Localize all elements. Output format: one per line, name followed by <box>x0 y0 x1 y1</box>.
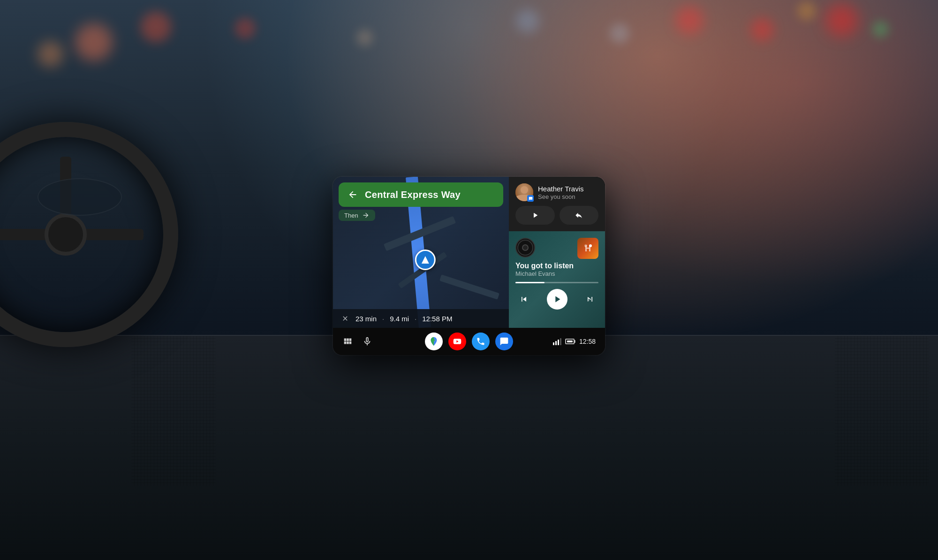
bottom-center-apps <box>425 333 513 350</box>
music-dot-1 <box>584 244 587 247</box>
nav-arrow-icon <box>421 256 429 264</box>
bottom-bar: 12:58 <box>333 328 605 355</box>
music-card: You got to listen Michael Evans <box>509 231 605 328</box>
music-progress-bar[interactable] <box>515 282 598 283</box>
message-info: Heather Travis See you soon <box>538 185 598 200</box>
speaker-grille-left <box>131 336 216 486</box>
music-icons-row <box>515 238 535 257</box>
message-badge <box>527 195 534 202</box>
battery-icon <box>565 339 575 344</box>
status-time: 12:58 <box>579 338 596 345</box>
music-pagination-dots <box>584 244 592 247</box>
eta-distance: 9.4 mi <box>390 315 409 323</box>
eta-arrival-time: 12:58 PM <box>422 315 452 323</box>
next-track-button[interactable] <box>582 291 598 308</box>
message-actions <box>515 206 598 225</box>
reply-message-button[interactable] <box>560 206 599 225</box>
signal-bar-2 <box>555 341 557 345</box>
maps-app-button[interactable] <box>425 333 443 350</box>
right-panel: Heather Travis See you soon <box>509 177 605 328</box>
then-label: Then <box>344 212 358 219</box>
nav-position-marker <box>415 250 435 270</box>
instrument-cluster <box>38 178 122 216</box>
messages-app-button[interactable] <box>495 333 513 350</box>
direction-arrow-icon <box>346 188 359 201</box>
music-controls <box>515 289 598 310</box>
street-name: Central Express Way <box>365 189 461 200</box>
microphone-button[interactable] <box>362 336 372 347</box>
svg-point-0 <box>524 247 527 249</box>
close-navigation-icon[interactable] <box>340 314 350 323</box>
direction-card[interactable]: Central Express Way <box>339 182 503 207</box>
signal-bar-4 <box>560 338 561 345</box>
android-auto-screen: Central Express Way Then <box>333 177 605 355</box>
bokeh-lights <box>0 0 938 117</box>
signal-strength <box>553 338 561 345</box>
eta-minutes: 23 min <box>356 315 377 323</box>
status-bar: 12:58 <box>553 338 596 345</box>
direction-bar: Central Express Way Then <box>333 177 509 221</box>
artist-name: Michael Evans <box>515 270 598 277</box>
map-road-secondary-2 <box>439 274 499 299</box>
dashboard <box>0 335 938 560</box>
navigation-panel: Central Express Way Then <box>333 177 509 328</box>
music-dot-2 <box>589 244 592 247</box>
play-pause-button[interactable] <box>547 289 567 310</box>
svg-point-1 <box>525 247 526 248</box>
song-title: You got to listen <box>515 261 598 270</box>
signal-bar-1 <box>553 342 554 345</box>
contact-name: Heather Travis <box>538 185 598 193</box>
direction-then: Then <box>339 210 375 221</box>
vinyl-record-icon <box>515 238 535 257</box>
message-header: Heather Travis See you soon <box>515 183 598 201</box>
music-progress-fill <box>515 282 545 283</box>
apps-grid-button[interactable] <box>342 336 353 347</box>
previous-track-button[interactable] <box>515 291 532 308</box>
music-top-row <box>515 238 598 257</box>
message-card: Heather Travis See you soon <box>509 177 605 231</box>
play-message-button[interactable] <box>515 206 555 225</box>
signal-bar-3 <box>558 340 559 345</box>
message-preview: See you soon <box>538 193 598 200</box>
album-art <box>577 238 598 259</box>
eta-bar: 23 min · 9.4 mi · 12:58 PM <box>333 309 509 328</box>
phone-app-button[interactable] <box>472 333 490 350</box>
steering-hub <box>45 213 87 256</box>
speaker-grille-right <box>835 336 929 486</box>
avatar-container <box>515 183 533 201</box>
youtube-app-button[interactable] <box>448 333 466 350</box>
bottom-left-controls <box>342 336 372 347</box>
